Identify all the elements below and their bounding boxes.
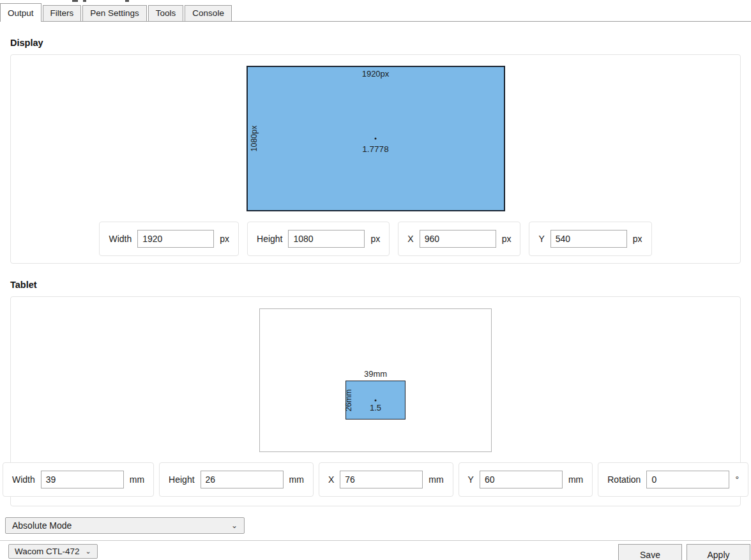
tablet-panel: 39mm 26mm 1.5 Width mm Height mm X mm — [10, 296, 741, 506]
tablet-x-input[interactable] — [340, 471, 423, 488]
display-x-unit: px — [502, 234, 512, 244]
tablet-y-field-label: Y — [468, 474, 474, 485]
display-field-row: Width px Height px X px Y px — [99, 222, 651, 256]
tablet-y-unit: mm — [568, 474, 583, 485]
display-y-input[interactable] — [550, 230, 627, 248]
display-width-group: Width px — [99, 222, 239, 256]
tablet-aspect-ratio: 1.5 — [346, 403, 405, 412]
tablet-area-visualization[interactable]: 39mm 26mm 1.5 — [345, 381, 406, 420]
display-area-visualization[interactable]: 1920px 1080px 1.7778 — [247, 66, 505, 211]
tablet-height-input[interactable] — [201, 471, 284, 488]
display-width-input[interactable] — [137, 230, 214, 248]
tablet-width-field-label: Width — [12, 474, 35, 485]
display-section-heading: Display — [10, 38, 741, 48]
tablet-field-row: Width mm Height mm X mm Y mm Rotation — [3, 462, 748, 497]
chevron-down-icon: ⌄ — [86, 548, 91, 555]
display-panel: 1920px 1080px 1.7778 Width px Height px … — [10, 54, 741, 264]
tablet-x-unit: mm — [429, 474, 443, 485]
display-aspect-ratio: 1.7778 — [248, 144, 504, 154]
footer-bar: Wacom CTL-472 ⌄ Save Apply — [0, 541, 751, 560]
tablet-rotation-group: Rotation ° — [598, 462, 748, 497]
menubar-fragment — [83, 0, 86, 2]
tablet-y-input[interactable] — [480, 471, 563, 488]
display-height-group: Height px — [247, 222, 390, 256]
output-mode-select[interactable]: Absolute Mode ⌄ — [5, 517, 245, 534]
apply-button[interactable]: Apply — [687, 544, 750, 560]
output-mode-value: Absolute Mode — [12, 520, 72, 531]
tab-console[interactable]: Console — [185, 5, 232, 21]
tab-filters[interactable]: Filters — [43, 5, 82, 21]
display-width-field-label: Width — [109, 234, 132, 244]
device-select-value: Wacom CTL-472 — [15, 547, 80, 556]
display-width-unit: px — [220, 234, 229, 244]
display-height-field-label: Height — [257, 234, 282, 244]
tablet-height-group: Height mm — [159, 462, 314, 497]
tablet-x-field-label: X — [328, 474, 334, 485]
menubar-fragment — [125, 0, 129, 2]
tablet-width-unit: mm — [130, 474, 144, 485]
tablet-rotation-field-label: Rotation — [607, 474, 641, 485]
tablet-section-heading: Tablet — [10, 280, 741, 290]
display-y-unit: px — [633, 234, 642, 244]
display-center-dot — [375, 138, 377, 140]
display-x-field-label: X — [407, 234, 413, 244]
menubar-fragment — [72, 0, 78, 2]
save-button[interactable]: Save — [618, 544, 682, 560]
tablet-rotation-unit: ° — [735, 474, 739, 485]
display-y-group: Y px — [529, 222, 651, 256]
display-x-group: X px — [398, 222, 520, 256]
display-width-label: 1920px — [248, 69, 504, 79]
tablet-y-group: Y mm — [459, 462, 593, 497]
tab-tools[interactable]: Tools — [148, 5, 184, 21]
chevron-down-icon: ⌄ — [231, 522, 238, 529]
tab-pen-settings[interactable]: Pen Settings — [82, 5, 147, 21]
display-height-input[interactable] — [288, 230, 365, 248]
display-height-unit: px — [370, 234, 380, 244]
device-select[interactable]: Wacom CTL-472 ⌄ — [8, 544, 98, 559]
tablet-center-dot — [375, 399, 377, 401]
output-tab-content: Display 1920px 1080px 1.7778 Width px He… — [0, 38, 751, 506]
tab-output[interactable]: Output — [0, 3, 42, 22]
tablet-height-unit: mm — [289, 474, 304, 485]
tablet-width-input[interactable] — [41, 471, 124, 488]
tablet-width-group: Width mm — [3, 462, 154, 497]
tab-bar: Output Filters Pen Settings Tools Consol… — [0, 3, 751, 22]
tablet-width-label: 39mm — [346, 369, 405, 379]
tablet-height-field-label: Height — [169, 474, 194, 485]
tablet-x-group: X mm — [319, 462, 453, 497]
tablet-full-area-outline: 39mm 26mm 1.5 — [259, 308, 492, 452]
display-x-input[interactable] — [420, 230, 496, 248]
tablet-rotation-input[interactable] — [646, 471, 729, 488]
clipped-menubar — [0, 0, 751, 3]
footer-buttons: Save Apply — [618, 544, 751, 560]
display-y-field-label: Y — [538, 234, 544, 244]
